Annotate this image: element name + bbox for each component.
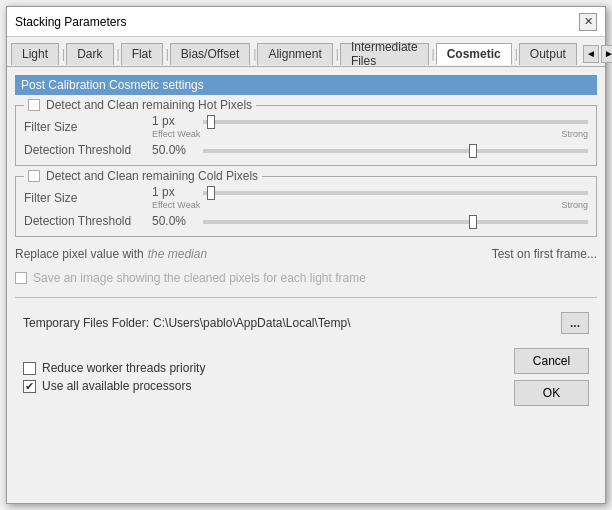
tab-sep-5: | [336, 47, 339, 61]
hot-filter-size-slider-container: 1 px Effect Weak Strong [152, 114, 588, 139]
tab-alignment[interactable]: Alignment [257, 43, 332, 65]
hot-detection-threshold-label: Detection Threshold [24, 143, 144, 157]
cold-pixels-legend: Detect and Clean remaining Cold Pixels [24, 169, 262, 183]
use-all-processors-label: Use all available processors [42, 379, 191, 393]
hot-filter-size-slider-row: 1 px [152, 114, 588, 128]
tab-light[interactable]: Light [11, 43, 59, 65]
close-button[interactable]: ✕ [579, 13, 597, 31]
temp-folder-path: C:\Users\pablo\AppData\Local\Temp\ [153, 316, 557, 330]
replace-row: Replace pixel value with the median Test… [15, 243, 597, 263]
reduce-threads-row: Reduce worker threads priority [23, 361, 205, 375]
tab-sep-3: | [166, 47, 169, 61]
cold-filter-size-label: Filter Size [24, 191, 144, 205]
ok-button[interactable]: OK [514, 380, 589, 406]
temp-folder-row: Temporary Files Folder: C:\Users\pablo\A… [23, 312, 589, 334]
cold-detection-threshold-slider-container: 50.0% [152, 214, 588, 228]
replace-prefix: Replace pixel value with [15, 247, 144, 261]
cold-filter-size-value: 1 px [152, 185, 197, 199]
tab-flat[interactable]: Flat [121, 43, 163, 65]
cold-detection-threshold-label: Detection Threshold [24, 214, 144, 228]
tab-sep-1: | [62, 47, 65, 61]
save-label: Save an image showing the cleaned pixels… [33, 271, 366, 285]
test-link[interactable]: Test on first frame... [492, 247, 597, 261]
tab-intermediate-files[interactable]: Intermediate Files [340, 43, 429, 65]
reduce-threads-label: Reduce worker threads priority [42, 361, 205, 375]
cold-detection-threshold-slider-row: 50.0% [152, 214, 588, 228]
hot-filter-size-track[interactable] [203, 120, 588, 124]
hot-detection-threshold-slider-container: 50.0% [152, 143, 588, 157]
tabs-bar: Light | Dark | Flat | Bias/Offset | Alig… [7, 37, 605, 67]
bottom-area: Reduce worker threads priority ✔ Use all… [15, 344, 597, 410]
cold-detection-threshold-row: Detection Threshold 50.0% [24, 212, 588, 230]
hot-pixels-legend-text: Detect and Clean remaining Hot Pixels [46, 98, 252, 112]
cold-filter-size-thumb[interactable] [207, 186, 215, 200]
divider [15, 297, 597, 298]
tab-next-button[interactable]: ► [601, 45, 612, 63]
hot-filter-size-thumb[interactable] [207, 115, 215, 129]
hot-filter-weak-label: Effect Weak [152, 129, 200, 139]
cold-detection-threshold-thumb[interactable] [469, 215, 477, 229]
use-all-processors-row: ✔ Use all available processors [23, 379, 205, 393]
tab-prev-button[interactable]: ◄ [583, 45, 599, 63]
section-header: Post Calibration Cosmetic settings [15, 75, 597, 95]
tab-sep-7: | [515, 47, 518, 61]
replace-left: Replace pixel value with the median [15, 247, 207, 261]
hot-detection-threshold-slider-row: 50.0% [152, 143, 588, 157]
temp-folder-label: Temporary Files Folder: [23, 316, 149, 330]
title-bar: Stacking Parameters ✕ [7, 7, 605, 37]
use-all-processors-checkbox[interactable]: ✔ [23, 380, 36, 393]
hot-detection-threshold-track[interactable] [203, 149, 588, 153]
footer-section: Temporary Files Folder: C:\Users\pablo\A… [15, 308, 597, 338]
hot-filter-strong-label: Strong [561, 129, 588, 139]
cold-pixels-group: Detect and Clean remaining Cold Pixels F… [15, 176, 597, 237]
stacking-parameters-dialog: Stacking Parameters ✕ Light | Dark | Fla… [6, 6, 606, 504]
hot-detection-threshold-thumb[interactable] [469, 144, 477, 158]
hot-filter-size-label: Filter Size [24, 120, 144, 134]
save-checkbox [15, 272, 27, 284]
tab-sep-2: | [117, 47, 120, 61]
hot-pixels-group: Detect and Clean remaining Hot Pixels Fi… [15, 105, 597, 166]
cold-detection-threshold-value: 50.0% [152, 214, 197, 228]
replace-value: the median [148, 247, 207, 261]
hot-detection-threshold-row: Detection Threshold 50.0% [24, 141, 588, 159]
temp-folder-browse-button[interactable]: ... [561, 312, 589, 334]
hot-detection-threshold-value: 50.0% [152, 143, 197, 157]
cold-filter-weak-label: Effect Weak [152, 200, 200, 210]
tab-sep-4: | [253, 47, 256, 61]
tab-navigation: ◄ ► [583, 45, 612, 63]
main-content: Post Calibration Cosmetic settings Detec… [7, 67, 605, 503]
cold-filter-size-track[interactable] [203, 191, 588, 195]
hot-pixels-legend: Detect and Clean remaining Hot Pixels [24, 98, 256, 112]
tab-dark[interactable]: Dark [66, 43, 113, 65]
cold-detection-threshold-track[interactable] [203, 220, 588, 224]
tab-bias-offset[interactable]: Bias/Offset [170, 43, 250, 65]
tab-output[interactable]: Output [519, 43, 577, 65]
cancel-button[interactable]: Cancel [514, 348, 589, 374]
cold-filter-size-slider-container: 1 px Effect Weak Strong [152, 185, 588, 210]
hot-filter-size-labels: Effect Weak Strong [152, 129, 588, 139]
hot-filter-size-value: 1 px [152, 114, 197, 128]
save-row: Save an image showing the cleaned pixels… [15, 269, 597, 287]
dialog-title: Stacking Parameters [15, 15, 126, 29]
hot-filter-size-row: Filter Size 1 px Effect Weak Strong [24, 112, 588, 141]
cold-filter-strong-label: Strong [561, 200, 588, 210]
cold-filter-size-labels: Effect Weak Strong [152, 200, 588, 210]
cold-pixels-checkbox[interactable] [28, 170, 40, 182]
cold-filter-size-row: Filter Size 1 px Effect Weak Strong [24, 183, 588, 212]
cold-pixels-legend-text: Detect and Clean remaining Cold Pixels [46, 169, 258, 183]
hot-pixels-checkbox[interactable] [28, 99, 40, 111]
reduce-threads-checkbox[interactable] [23, 362, 36, 375]
cold-filter-size-slider-row: 1 px [152, 185, 588, 199]
tab-cosmetic[interactable]: Cosmetic [436, 43, 512, 65]
tab-sep-6: | [432, 47, 435, 61]
checkboxes-column: Reduce worker threads priority ✔ Use all… [23, 361, 205, 393]
buttons-column: Cancel OK [514, 348, 589, 406]
